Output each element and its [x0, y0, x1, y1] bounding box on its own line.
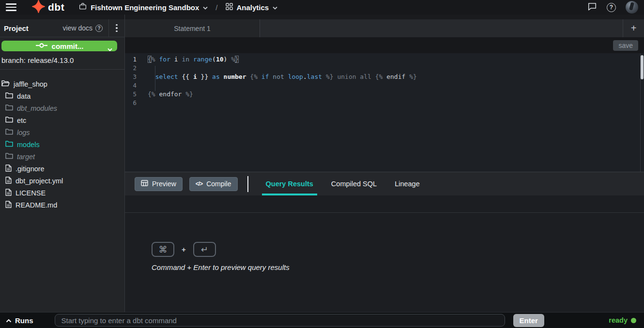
- tree-item-models[interactable]: models: [0, 138, 124, 150]
- git-commit-icon: [35, 42, 48, 50]
- tree-item-etc[interactable]: etc: [0, 114, 124, 126]
- sidebar-menu-icon[interactable]: [109, 24, 124, 32]
- folder-icon: [5, 128, 13, 136]
- project-selector-label: Fishtown Engineering Sandbox: [91, 3, 199, 12]
- tree-item-logs[interactable]: logs: [0, 126, 124, 138]
- results-tab-query-results[interactable]: Query Results: [262, 172, 317, 195]
- tree-item-dbt-modules[interactable]: dbt_modules: [0, 102, 124, 114]
- briefcase-icon: [79, 2, 87, 12]
- folder-icon: [5, 140, 13, 149]
- line-number: 4: [125, 81, 143, 90]
- shortcut-hint: ⌘ + ↵ Command + Enter to preview query r…: [152, 242, 290, 271]
- line-number: 5: [125, 90, 143, 99]
- results-tab-lineage[interactable]: Lineage: [391, 172, 424, 195]
- breadcrumb-separator: /: [215, 3, 217, 12]
- runs-toggle[interactable]: Runs: [6, 316, 33, 325]
- tree-item-label: etc: [17, 117, 26, 124]
- results-tab-compiled-sql[interactable]: Compiled SQL: [327, 172, 381, 195]
- code-line-4: 4: [125, 81, 644, 90]
- code-line-2: 2: [125, 64, 644, 73]
- enter-key-icon: ↵: [193, 242, 216, 257]
- tree-item-readme-md[interactable]: README.md: [0, 199, 124, 211]
- project-selector[interactable]: Fishtown Engineering Sandbox: [79, 2, 208, 12]
- user-avatar[interactable]: [626, 1, 638, 14]
- code-text: select {{ i }} as number {% if not loop.…: [143, 73, 417, 81]
- tree-item-data[interactable]: data: [0, 90, 124, 102]
- dbt-command-input[interactable]: [55, 314, 505, 327]
- code-line-5: 5{% endfor %}: [125, 90, 644, 99]
- file-icon: [5, 201, 12, 209]
- tree-item-label: dbt_project.yml: [15, 177, 63, 185]
- code-line-6: 6: [125, 99, 644, 107]
- commit-button[interactable]: commit...: [1, 41, 117, 51]
- sidebar-header: Project view docs ?: [0, 19, 124, 37]
- folder-open-icon: [1, 80, 10, 88]
- chevron-down-icon: [203, 3, 208, 12]
- status-label: ready: [609, 316, 628, 324]
- editor-scrollbar-thumb[interactable]: [641, 55, 644, 79]
- branch-label: branch: release/4.13.0: [0, 55, 124, 70]
- results-body-divider: [125, 212, 644, 213]
- help-icon[interactable]: ?: [607, 3, 616, 12]
- save-button[interactable]: save: [613, 40, 638, 51]
- tree-item-dbt-project-yml[interactable]: dbt_project.yml: [0, 175, 124, 187]
- editor-scrollbar[interactable]: [640, 53, 644, 172]
- tab-statement-1[interactable]: Statement 1: [125, 19, 260, 37]
- folder-icon: [5, 152, 13, 161]
- tree-item-label: LICENSE: [15, 189, 46, 197]
- compile-button-label: Compile: [206, 180, 231, 188]
- view-docs-label: view docs: [63, 24, 92, 32]
- file-explorer-sidebar: Project view docs ? commit... branch: re…: [0, 15, 125, 312]
- tree-item-label: jaffle_shop: [14, 80, 47, 88]
- shortcut-caption: Command + Enter to preview query results: [152, 263, 290, 271]
- results-header-divider: [247, 176, 248, 192]
- indent-guide: [155, 66, 155, 91]
- tree-item-jaffle-shop[interactable]: jaffle_shop: [0, 78, 124, 90]
- tree-item--gitignore[interactable]: .gitignore: [0, 163, 124, 175]
- code-text: [143, 81, 148, 90]
- code-text: [143, 99, 148, 107]
- line-number: 2: [125, 64, 143, 73]
- editor-pane: Statement 1 + save 1{% for i in range(10…: [125, 15, 644, 312]
- status-dot: [631, 318, 636, 323]
- editor-toolbar: save: [125, 37, 644, 53]
- code-line-1: 1{% for i in range(10) %}: [125, 55, 644, 64]
- code-text: [143, 64, 148, 73]
- commit-button-label: commit...: [52, 42, 84, 50]
- folder-icon: [5, 92, 13, 100]
- view-docs-link[interactable]: view docs ?: [63, 24, 103, 32]
- tree-item-target[interactable]: target: [0, 150, 124, 163]
- enter-button[interactable]: Enter: [513, 314, 544, 327]
- code-line-3: 3 select {{ i }} as number {% if not loo…: [125, 73, 644, 81]
- tree-item-label: data: [17, 92, 31, 100]
- tree-item-label: .gitignore: [15, 165, 45, 173]
- compile-button[interactable]: </> Compile: [189, 177, 238, 191]
- editor-tabstrip: Statement 1 +: [125, 15, 644, 37]
- preview-button-label: Preview: [152, 180, 176, 188]
- docs-help-icon: ?: [95, 25, 103, 32]
- tree-item-license[interactable]: LICENSE: [0, 187, 124, 199]
- commit-chevron-icon[interactable]: [107, 45, 112, 53]
- line-number: 6: [125, 99, 143, 107]
- menu-icon[interactable]: [6, 3, 16, 11]
- tree-item-label: models: [17, 141, 40, 149]
- code-editor[interactable]: 1{% for i in range(10) %}23 select {{ i …: [125, 53, 644, 172]
- command-key-icon: ⌘: [152, 242, 174, 257]
- environment-selector-label: Analytics: [237, 3, 269, 12]
- chat-icon[interactable]: [587, 1, 597, 13]
- dbt-logo: dbt: [32, 0, 64, 15]
- file-icon: [5, 177, 12, 185]
- tree-item-label: README.md: [15, 201, 57, 209]
- code-text: {% endfor %}: [143, 90, 193, 99]
- preview-button[interactable]: Preview: [135, 177, 183, 191]
- file-icon: [5, 189, 12, 197]
- results-tabs: Query ResultsCompiled SQLLineage: [262, 172, 424, 195]
- environment-selector[interactable]: Analytics: [226, 3, 278, 12]
- code-icon: </>: [196, 180, 202, 187]
- grid-icon: [226, 3, 233, 12]
- new-tab-button[interactable]: +: [623, 19, 644, 37]
- tree-item-label: dbt_modules: [17, 104, 57, 112]
- line-number: 1: [125, 55, 143, 64]
- tab-statement-1-label: Statement 1: [174, 25, 211, 32]
- table-icon: [141, 180, 148, 188]
